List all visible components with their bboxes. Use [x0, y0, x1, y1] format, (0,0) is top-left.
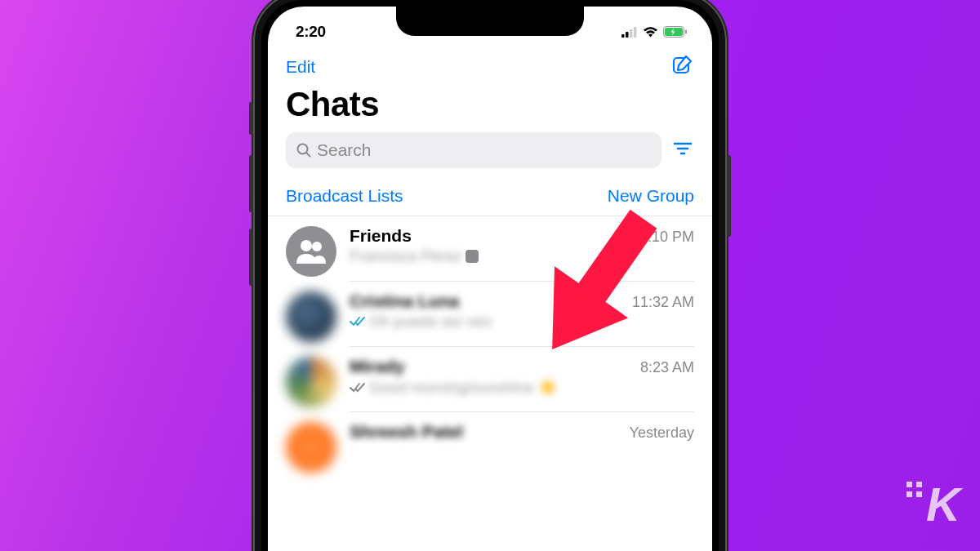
svg-rect-15 — [466, 250, 479, 263]
avatar — [286, 291, 336, 342]
filter-button[interactable] — [673, 140, 694, 160]
svg-line-9 — [306, 153, 310, 157]
avatar — [286, 357, 336, 407]
chat-content: Friends 12:10 PM Francisca Pérez — [350, 226, 694, 282]
chat-top: Friends 12:10 PM — [350, 226, 694, 246]
svg-point-14 — [312, 242, 322, 251]
search-icon — [296, 142, 312, 158]
svg-rect-2 — [630, 29, 633, 38]
phone-screen: 2:20 Edit Chats Search — [268, 7, 712, 551]
chat-preview: Francisca Pérez — [350, 247, 694, 265]
power-button — [727, 155, 731, 237]
svg-rect-1 — [626, 32, 629, 38]
chat-top: Cristina Luna 11:32 AM — [350, 291, 694, 311]
chat-time: Yesterday — [630, 424, 694, 442]
link-row: Broadcast Lists New Group — [268, 180, 712, 216]
new-group-link[interactable]: New Group — [608, 186, 694, 206]
group-icon — [295, 238, 327, 265]
top-bar: Edit — [268, 46, 712, 83]
chat-time: 8:23 AM — [640, 359, 694, 376]
compose-button[interactable] — [671, 54, 694, 80]
chat-row[interactable]: Shreesh Patel Yesterday — [268, 412, 712, 478]
status-time: 2:20 — [296, 23, 326, 41]
broadcast-lists-link[interactable]: Broadcast Lists — [286, 186, 403, 206]
title-row: Chats — [268, 83, 712, 132]
chat-content: Mirady 8:23 AM Good morning/sunshine ☀️ — [350, 357, 694, 412]
chat-name: Cristina Luna — [350, 291, 459, 311]
svg-rect-0 — [621, 34, 625, 38]
chat-content: Shreesh Patel Yesterday — [350, 422, 694, 478]
sent-ticks-icon — [350, 382, 366, 393]
chat-name: Mirady — [350, 357, 405, 376]
search-row: Search — [268, 132, 712, 180]
chat-time: 12:10 PM — [631, 229, 694, 246]
avatar — [286, 422, 336, 473]
wifi-icon — [643, 26, 658, 38]
chat-content: Cristina Luna 11:32 AM Oh puedo así veo — [350, 291, 694, 347]
side-button — [249, 102, 253, 135]
status-icons — [621, 26, 688, 38]
volume-down-button — [249, 229, 253, 286]
svg-rect-6 — [685, 30, 687, 34]
chat-row[interactable]: Friends 12:10 PM Francisca Pérez — [268, 216, 712, 282]
page-title: Chats — [286, 85, 694, 124]
cellular-icon — [621, 27, 638, 38]
chat-top: Mirady 8:23 AM — [350, 357, 694, 376]
sticker-icon — [465, 249, 479, 264]
search-placeholder: Search — [317, 140, 372, 160]
battery-charging-icon — [663, 26, 688, 38]
chat-time: 11:32 AM — [632, 294, 694, 311]
svg-rect-3 — [634, 27, 637, 38]
volume-up-button — [249, 155, 253, 212]
read-ticks-icon — [350, 316, 366, 327]
chat-preview: Oh puedo así veo — [350, 313, 694, 331]
chat-row[interactable]: Mirady 8:23 AM Good morning/sunshine ☀️ — [268, 347, 712, 412]
filter-icon — [673, 140, 693, 157]
watermark-dots-icon — [906, 482, 922, 497]
notch — [396, 7, 584, 36]
compose-icon — [671, 54, 694, 77]
edit-button[interactable]: Edit — [286, 57, 315, 77]
chat-top: Shreesh Patel Yesterday — [350, 422, 694, 442]
watermark-logo: K — [926, 477, 959, 531]
svg-point-8 — [298, 144, 308, 154]
chat-row[interactable]: Cristina Luna 11:32 AM Oh puedo así veo — [268, 282, 712, 347]
svg-point-13 — [301, 240, 312, 251]
chat-name: Shreesh Patel — [350, 422, 463, 442]
chat-preview: Good morning/sunshine ☀️ — [350, 378, 694, 397]
search-input[interactable]: Search — [286, 132, 662, 168]
avatar — [286, 226, 336, 277]
chat-name: Friends — [350, 226, 412, 246]
phone-frame: 2:20 Edit Chats Search — [253, 0, 727, 551]
